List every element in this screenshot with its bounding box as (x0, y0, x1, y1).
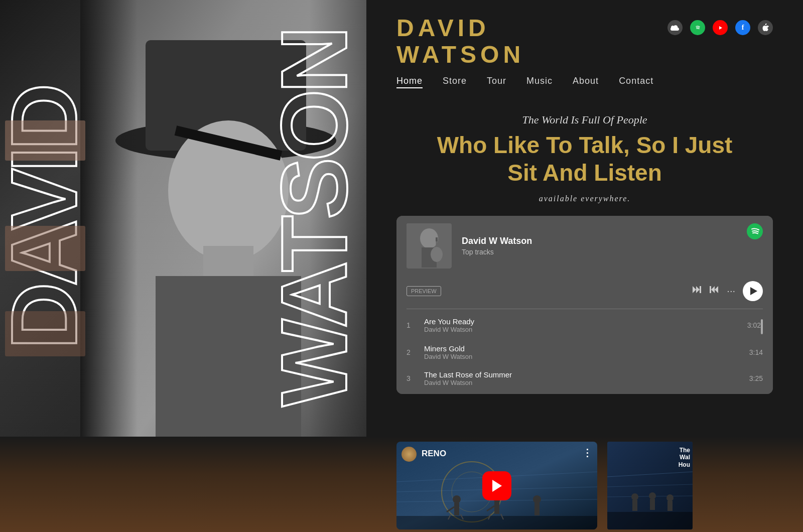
svg-marker-18 (693, 286, 696, 293)
youtube-more-button[interactable]: ⋮ (582, 447, 592, 459)
hero-headline: Who Like To Talk, So I Just Sit And List… (396, 131, 773, 187)
skip-forward-button[interactable] (709, 285, 719, 297)
svg-rect-54 (607, 512, 693, 529)
letter-photo-cutout-3 (5, 311, 85, 356)
track-info-3: The Last Rose of Summer David W Watson (424, 370, 749, 386)
track-info-2: Miners Gold David W Watson (424, 344, 749, 360)
track-row-1[interactable]: 1 Are You Ready David W Watson 3:02 (396, 312, 773, 339)
headline-line2: Sit And Listen (507, 160, 662, 186)
social-icons: f (667, 20, 773, 35)
youtube-channel-avatar (401, 447, 417, 462)
letter-photo-cutout-1 (5, 120, 85, 161)
track-list: 1 Are You Ready David W Watson 3:02 2 Mi… (396, 309, 773, 394)
svg-marker-43 (492, 480, 502, 492)
track-artist-2: David W Watson (424, 353, 749, 360)
svg-marker-19 (696, 286, 700, 293)
track-name-1: Are You Ready (424, 317, 747, 326)
track-duration-3: 3:25 (749, 374, 763, 382)
hero-text-area: The World Is Full Of People Who Like To … (396, 113, 773, 203)
nav-home[interactable]: Home (396, 76, 423, 88)
svg-point-48 (631, 493, 638, 500)
svg-rect-23 (710, 286, 711, 293)
headline-line1: Who Like To Talk, So I Just (437, 132, 733, 158)
svg-point-52 (666, 494, 674, 501)
track-num-1: 1 (407, 321, 417, 329)
spotify-info: David W Watson Top tracks (462, 236, 763, 256)
track-row-2[interactable]: 2 Miners Gold David W Watson 3:14 (396, 339, 773, 365)
svg-rect-20 (700, 286, 701, 293)
svg-point-14 (431, 247, 443, 262)
brand-container: DAVID WATSON (396, 15, 524, 68)
spotify-album-art (407, 223, 452, 269)
svg-point-50 (649, 492, 656, 499)
track-name-3: The Last Rose of Summer (424, 370, 749, 379)
track-row-3[interactable]: 3 The Last Rose of Summer David W Watson… (396, 365, 773, 391)
spotify-artist-name: David W Watson (462, 236, 763, 246)
youtube-section: RENO ⋮ (366, 437, 803, 532)
play-button[interactable] (743, 281, 763, 301)
header-top: DAVID WATSON (396, 15, 773, 68)
right-panel: DAVID WATSON (366, 0, 803, 437)
vertical-text-david: DAVID (5, 0, 84, 437)
side-label-line2: Wal (679, 454, 690, 461)
svg-rect-37 (534, 503, 540, 515)
facebook-icon[interactable]: f (735, 20, 750, 35)
preview-badge: PREVIEW (407, 286, 441, 296)
available-text: available everywhere. (396, 194, 773, 203)
hero-subtitle: The World Is Full Of People (396, 113, 773, 126)
spotify-social-icon[interactable] (690, 20, 705, 35)
track-num-3: 3 (407, 374, 417, 382)
youtube-video-title: RENO (422, 449, 446, 459)
svg-point-17 (747, 223, 763, 239)
spotify-top-tracks: Top tracks (462, 248, 763, 256)
scrollbar-indicator (761, 319, 763, 334)
svg-marker-21 (715, 286, 718, 293)
nav-store[interactable]: Store (443, 76, 467, 88)
track-name-2: Miners Gold (424, 344, 749, 353)
track-num-2: 2 (407, 348, 417, 356)
svg-marker-22 (711, 286, 715, 293)
side-label-line3: Hou (679, 461, 690, 468)
soundcloud-icon[interactable] (667, 20, 683, 35)
youtube-play-button[interactable] (482, 471, 511, 500)
hero-left: DAVID WATSON (0, 0, 366, 437)
track-info-1: Are You Ready David W Watson (424, 317, 747, 333)
svg-point-30 (453, 495, 461, 503)
spotify-logo (747, 223, 763, 241)
spotify-controls: PREVIEW ··· (396, 276, 773, 309)
track-artist-1: David W Watson (424, 326, 747, 333)
apple-icon[interactable] (758, 20, 773, 35)
nav-bar: Home Store Tour Music About Contact (396, 76, 653, 88)
spotify-header: David W Watson Top tracks (396, 216, 773, 276)
svg-rect-49 (632, 500, 637, 511)
vertical-text-watson: WATSON (275, 0, 354, 437)
brand-title-line2: WATSON (396, 42, 524, 68)
spotify-embed: David W Watson Top tracks PREVIEW (396, 216, 773, 394)
side-thumb-label: The Wal Hou (679, 447, 690, 468)
svg-rect-51 (650, 499, 655, 510)
svg-rect-53 (667, 501, 673, 511)
skip-back-button[interactable] (692, 285, 702, 297)
svg-rect-34 (494, 501, 499, 514)
youtube-embed[interactable]: RENO ⋮ (396, 442, 597, 529)
more-options-button[interactable]: ··· (727, 285, 735, 297)
track-duration-2: 3:14 (749, 348, 763, 356)
page-wrapper: DAVID WATSON DAVID WATSON (0, 0, 803, 532)
youtube-social-icon[interactable] (713, 20, 728, 35)
side-label-line1: The (679, 447, 690, 454)
youtube-play-icon (491, 479, 502, 492)
nav-contact[interactable]: Contact (619, 76, 653, 88)
nav-music[interactable]: Music (526, 76, 553, 88)
album-art-photo (407, 223, 452, 269)
svg-rect-31 (454, 503, 459, 515)
nav-tour[interactable]: Tour (487, 76, 506, 88)
brand-title-line1: DAVID (396, 15, 524, 42)
header: DAVID WATSON (396, 15, 773, 88)
vertical-watson-text: WATSON (275, 30, 354, 407)
track-artist-3: David W Watson (424, 379, 749, 386)
svg-rect-38 (396, 516, 597, 529)
svg-point-12 (420, 228, 438, 248)
nav-about[interactable]: About (573, 76, 599, 88)
letter-photo-cutout-2 (5, 226, 85, 271)
side-youtube-thumbnail[interactable]: The Wal Hou (607, 442, 693, 529)
